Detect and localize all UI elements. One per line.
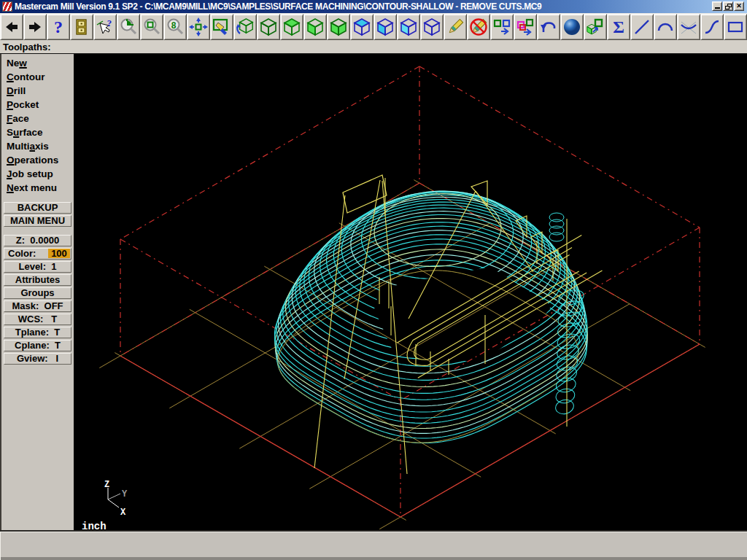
svg-text:inch: inch — [82, 521, 107, 530]
svg-text:Y: Y — [122, 489, 128, 499]
svg-text:?: ? — [107, 18, 112, 28]
svg-text:?: ? — [54, 18, 63, 36]
svg-text:Z: Z — [104, 480, 109, 490]
svg-text:Σ: Σ — [613, 18, 624, 36]
svg-text:8: 8 — [171, 20, 177, 31]
svg-text:X: X — [120, 508, 126, 518]
